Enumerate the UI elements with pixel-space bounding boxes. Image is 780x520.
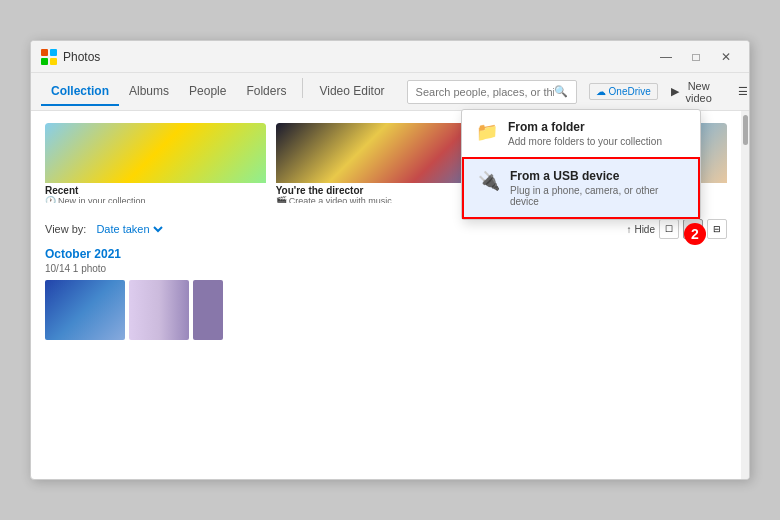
search-input[interactable] <box>416 86 554 98</box>
hide-arrow-icon: ↑ <box>626 224 631 235</box>
onedrive-icon: ☁ <box>596 86 606 97</box>
clock-icon: 🕐 <box>45 196 56 203</box>
usb-description: Plug in a phone, camera, or other device <box>510 185 684 207</box>
close-button[interactable]: ✕ <box>713 47 739 67</box>
dropdown-item-usb[interactable]: 🔌 From a USB device Plug in a phone, cam… <box>462 157 700 219</box>
svg-rect-0 <box>41 49 48 56</box>
view-controls: View by: Date taken ↑ Hide ☐ ⊞ ⊟ <box>45 219 727 239</box>
tab-collection[interactable]: Collection <box>41 78 119 106</box>
photo-thumb-3[interactable] <box>193 280 223 340</box>
search-icon: 🔍 <box>554 85 568 98</box>
hide-label: Hide <box>634 224 655 235</box>
select-icon: ☰ <box>738 85 748 98</box>
minimize-button[interactable]: — <box>653 47 679 67</box>
badge-2: 2 <box>684 223 706 245</box>
nav-tabs: Collection Albums People Folders Video E… <box>41 78 395 106</box>
select-button[interactable]: ☰ Select <box>729 81 751 102</box>
new-video-label: New video <box>682 80 716 104</box>
tab-video-editor[interactable]: Video Editor <box>309 78 394 106</box>
view-by-control: View by: Date taken <box>45 222 166 236</box>
folder-description: Add more folders to your collection <box>508 136 662 147</box>
card-recent-label: Recent <box>45 185 266 196</box>
tab-folders[interactable]: Folders <box>236 78 296 106</box>
tab-people[interactable]: People <box>179 78 236 106</box>
folder-icon: 📁 <box>476 121 498 143</box>
new-video-button[interactable]: ▶ New video <box>662 76 725 108</box>
title-bar-left: Photos <box>41 49 100 65</box>
date-section: October 2021 10/14 1 photo <box>45 247 727 340</box>
scrollbar-thumb[interactable] <box>743 115 748 145</box>
title-bar: Photos — □ ✕ <box>31 41 749 73</box>
svg-rect-3 <box>50 58 57 65</box>
nav-toolbar: Collection Albums People Folders Video E… <box>31 73 749 111</box>
nav-separator <box>302 78 303 98</box>
folder-title: From a folder <box>508 120 662 134</box>
dropdown-item-folder-text: From a folder Add more folders to your c… <box>508 120 662 147</box>
window-controls: — □ ✕ <box>653 47 739 67</box>
scrollbar[interactable] <box>741 111 749 479</box>
dropdown-item-folder[interactable]: 📁 From a folder Add more folders to your… <box>462 110 700 157</box>
onedrive-button[interactable]: ☁ OneDrive <box>589 83 658 100</box>
view-checkbox-button[interactable]: ☐ <box>659 219 679 239</box>
view-by-label: View by: <box>45 223 86 235</box>
card-recent[interactable]: Recent 🕐 New in your collection <box>45 123 266 203</box>
maximize-button[interactable]: □ <box>683 47 709 67</box>
photos-window: Photos — □ ✕ Collection Albums People Fo… <box>30 40 750 480</box>
photo-thumb-2[interactable] <box>129 280 189 340</box>
app-icon <box>41 49 57 65</box>
hide-button[interactable]: ↑ Hide <box>626 224 655 235</box>
photo-thumb-1[interactable] <box>45 280 125 340</box>
svg-rect-1 <box>50 49 57 56</box>
date-count: 10/14 1 photo <box>45 263 727 274</box>
dropdown-item-usb-text: From a USB device Plug in a phone, camer… <box>510 169 684 207</box>
view-detail-button[interactable]: ⊟ <box>707 219 727 239</box>
usb-title: From a USB device <box>510 169 684 183</box>
toolbar-right: ☁ OneDrive ▶ New video ☰ Select ⬇ Import… <box>589 76 750 108</box>
search-box[interactable]: 🔍 <box>407 80 577 104</box>
video-icon: 🎬 <box>276 196 287 203</box>
new-video-icon: ▶ <box>671 85 679 98</box>
import-dropdown-menu: 📁 From a folder Add more folders to your… <box>461 109 701 220</box>
card-recent-image <box>45 123 266 183</box>
view-right: ↑ Hide ☐ ⊞ ⊟ <box>626 219 727 239</box>
photo-strip <box>45 280 727 340</box>
app-title: Photos <box>63 50 100 64</box>
view-by-select[interactable]: Date taken <box>92 222 166 236</box>
onedrive-label: OneDrive <box>609 86 651 97</box>
date-label: October 2021 <box>45 247 727 261</box>
usb-icon: 🔌 <box>478 170 500 192</box>
tab-albums[interactable]: Albums <box>119 78 179 106</box>
svg-rect-2 <box>41 58 48 65</box>
card-recent-sublabel: 🕐 New in your collection <box>45 196 266 203</box>
